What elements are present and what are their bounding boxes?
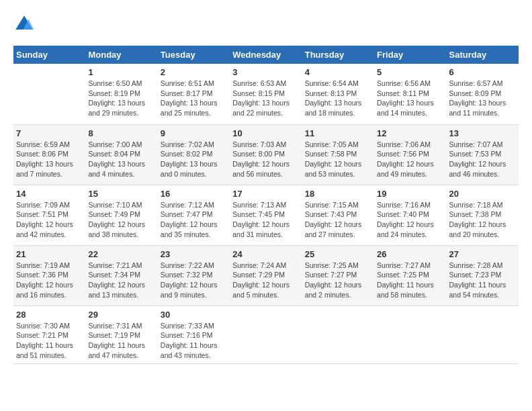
day-cell: 10Sunrise: 7:03 AM Sunset: 8:00 PM Dayli… <box>230 124 302 185</box>
day-cell: 9Sunrise: 7:02 AM Sunset: 8:02 PM Daylig… <box>158 124 230 185</box>
day-cell: 15Sunrise: 7:10 AM Sunset: 7:49 PM Dayli… <box>85 185 157 245</box>
logo-icon <box>13 13 35 35</box>
day-info: Sunrise: 7:22 AM Sunset: 7:32 PM Dayligh… <box>161 261 227 300</box>
day-number: 9 <box>161 128 227 138</box>
day-number: 18 <box>305 189 371 199</box>
day-info: Sunrise: 7:10 AM Sunset: 7:49 PM Dayligh… <box>88 200 154 240</box>
day-cell: 19Sunrise: 7:16 AM Sunset: 7:40 PM Dayli… <box>374 185 446 245</box>
header-thursday: Thursday <box>302 46 374 64</box>
day-info: Sunrise: 7:33 AM Sunset: 7:16 PM Dayligh… <box>161 321 227 361</box>
day-cell: 7Sunrise: 6:59 AM Sunset: 8:06 PM Daylig… <box>13 124 85 185</box>
day-number: 11 <box>305 128 371 138</box>
day-info: Sunrise: 6:50 AM Sunset: 8:19 PM Dayligh… <box>88 79 154 118</box>
day-info: Sunrise: 7:16 AM Sunset: 7:40 PM Dayligh… <box>377 200 443 240</box>
day-info: Sunrise: 7:18 AM Sunset: 7:38 PM Dayligh… <box>449 200 516 240</box>
header-wednesday: Wednesday <box>230 46 302 64</box>
day-info: Sunrise: 7:24 AM Sunset: 7:29 PM Dayligh… <box>232 261 299 300</box>
day-cell <box>13 64 85 124</box>
day-number: 12 <box>377 128 443 138</box>
day-cell: 2Sunrise: 6:51 AM Sunset: 8:17 PM Daylig… <box>158 64 230 124</box>
week-row-4: 21Sunrise: 7:19 AM Sunset: 7:36 PM Dayli… <box>13 245 519 306</box>
page-header <box>13 13 519 35</box>
day-number: 7 <box>16 128 83 138</box>
day-cell: 17Sunrise: 7:13 AM Sunset: 7:45 PM Dayli… <box>230 185 302 245</box>
day-number: 24 <box>232 249 299 259</box>
day-info: Sunrise: 7:31 AM Sunset: 7:19 PM Dayligh… <box>88 321 154 361</box>
day-cell: 25Sunrise: 7:25 AM Sunset: 7:27 PM Dayli… <box>302 245 374 306</box>
day-number: 16 <box>161 189 227 199</box>
header-tuesday: Tuesday <box>158 46 230 64</box>
day-number: 13 <box>449 128 516 138</box>
header-saturday: Saturday <box>447 46 519 64</box>
day-number: 22 <box>88 249 154 259</box>
header-sunday: Sunday <box>13 46 85 64</box>
day-number: 30 <box>161 310 227 320</box>
day-number: 6 <box>449 67 516 77</box>
day-info: Sunrise: 7:00 AM Sunset: 8:04 PM Dayligh… <box>88 140 154 179</box>
header-friday: Friday <box>374 46 446 64</box>
day-cell: 21Sunrise: 7:19 AM Sunset: 7:36 PM Dayli… <box>13 245 85 306</box>
day-cell: 22Sunrise: 7:21 AM Sunset: 7:34 PM Dayli… <box>85 245 157 306</box>
day-number: 19 <box>377 189 443 199</box>
day-cell: 6Sunrise: 6:57 AM Sunset: 8:09 PM Daylig… <box>447 64 519 124</box>
day-number: 25 <box>305 249 371 259</box>
day-number: 23 <box>161 249 227 259</box>
day-info: Sunrise: 6:51 AM Sunset: 8:17 PM Dayligh… <box>161 79 227 118</box>
day-info: Sunrise: 6:59 AM Sunset: 8:06 PM Dayligh… <box>16 140 83 179</box>
week-row-3: 14Sunrise: 7:09 AM Sunset: 7:51 PM Dayli… <box>13 185 519 245</box>
day-number: 29 <box>88 310 154 320</box>
day-info: Sunrise: 7:06 AM Sunset: 7:56 PM Dayligh… <box>377 140 443 179</box>
day-info: Sunrise: 7:28 AM Sunset: 7:23 PM Dayligh… <box>449 261 516 300</box>
day-info: Sunrise: 6:54 AM Sunset: 8:13 PM Dayligh… <box>305 79 371 118</box>
day-info: Sunrise: 7:13 AM Sunset: 7:45 PM Dayligh… <box>232 200 299 240</box>
day-info: Sunrise: 6:53 AM Sunset: 8:15 PM Dayligh… <box>232 79 299 118</box>
day-cell: 27Sunrise: 7:28 AM Sunset: 7:23 PM Dayli… <box>447 245 519 306</box>
day-cell: 14Sunrise: 7:09 AM Sunset: 7:51 PM Dayli… <box>13 185 85 245</box>
day-cell: 4Sunrise: 6:54 AM Sunset: 8:13 PM Daylig… <box>302 64 374 124</box>
day-number: 14 <box>16 189 83 199</box>
calendar-header-row: SundayMondayTuesdayWednesdayThursdayFrid… <box>13 46 519 64</box>
day-cell: 13Sunrise: 7:07 AM Sunset: 7:53 PM Dayli… <box>447 124 519 185</box>
day-cell: 5Sunrise: 6:56 AM Sunset: 8:11 PM Daylig… <box>374 64 446 124</box>
day-info: Sunrise: 7:07 AM Sunset: 7:53 PM Dayligh… <box>449 140 516 179</box>
week-row-2: 7Sunrise: 6:59 AM Sunset: 8:06 PM Daylig… <box>13 124 519 185</box>
day-cell: 26Sunrise: 7:27 AM Sunset: 7:25 PM Dayli… <box>374 245 446 306</box>
day-info: Sunrise: 7:05 AM Sunset: 7:58 PM Dayligh… <box>305 140 371 179</box>
day-cell: 20Sunrise: 7:18 AM Sunset: 7:38 PM Dayli… <box>447 185 519 245</box>
day-cell <box>302 306 374 364</box>
day-cell: 1Sunrise: 6:50 AM Sunset: 8:19 PM Daylig… <box>85 64 157 124</box>
day-cell: 28Sunrise: 7:30 AM Sunset: 7:21 PM Dayli… <box>13 306 85 364</box>
logo <box>13 13 38 35</box>
day-cell <box>374 306 446 364</box>
day-cell: 24Sunrise: 7:24 AM Sunset: 7:29 PM Dayli… <box>230 245 302 306</box>
day-number: 27 <box>449 249 516 259</box>
day-number: 21 <box>16 249 83 259</box>
day-info: Sunrise: 7:12 AM Sunset: 7:47 PM Dayligh… <box>161 200 227 240</box>
day-number: 10 <box>232 128 299 138</box>
day-number: 2 <box>161 67 227 77</box>
day-info: Sunrise: 6:57 AM Sunset: 8:09 PM Dayligh… <box>449 79 516 118</box>
week-row-1: 1Sunrise: 6:50 AM Sunset: 8:19 PM Daylig… <box>13 64 519 124</box>
day-cell: 29Sunrise: 7:31 AM Sunset: 7:19 PM Dayli… <box>85 306 157 364</box>
day-number: 15 <box>88 189 154 199</box>
day-number: 3 <box>232 67 299 77</box>
day-number: 26 <box>377 249 443 259</box>
calendar-table: SundayMondayTuesdayWednesdayThursdayFrid… <box>13 46 519 364</box>
header-monday: Monday <box>85 46 157 64</box>
day-cell: 16Sunrise: 7:12 AM Sunset: 7:47 PM Dayli… <box>158 185 230 245</box>
day-info: Sunrise: 7:27 AM Sunset: 7:25 PM Dayligh… <box>377 261 443 300</box>
day-info: Sunrise: 7:21 AM Sunset: 7:34 PM Dayligh… <box>88 261 154 300</box>
day-number: 17 <box>232 189 299 199</box>
day-cell <box>447 306 519 364</box>
day-cell: 23Sunrise: 7:22 AM Sunset: 7:32 PM Dayli… <box>158 245 230 306</box>
day-cell: 30Sunrise: 7:33 AM Sunset: 7:16 PM Dayli… <box>158 306 230 364</box>
day-info: Sunrise: 7:02 AM Sunset: 8:02 PM Dayligh… <box>161 140 227 179</box>
day-number: 5 <box>377 67 443 77</box>
day-info: Sunrise: 7:30 AM Sunset: 7:21 PM Dayligh… <box>16 321 83 361</box>
day-info: Sunrise: 7:19 AM Sunset: 7:36 PM Dayligh… <box>16 261 83 300</box>
day-info: Sunrise: 7:25 AM Sunset: 7:27 PM Dayligh… <box>305 261 371 300</box>
day-number: 1 <box>88 67 154 77</box>
day-number: 4 <box>305 67 371 77</box>
day-cell: 12Sunrise: 7:06 AM Sunset: 7:56 PM Dayli… <box>374 124 446 185</box>
day-info: Sunrise: 6:56 AM Sunset: 8:11 PM Dayligh… <box>377 79 443 118</box>
